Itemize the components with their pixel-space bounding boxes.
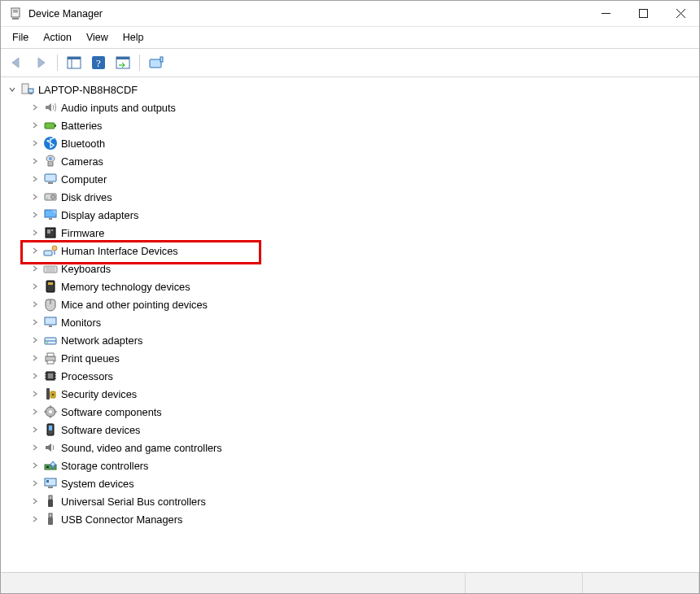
chevron-right-icon[interactable] xyxy=(30,210,40,220)
sound-icon xyxy=(43,440,58,455)
category-label: Bluetooth xyxy=(61,138,105,150)
svg-rect-77 xyxy=(48,487,53,488)
menu-file[interactable]: File xyxy=(6,30,35,45)
category-label: Display adapters xyxy=(61,209,138,221)
maximize-button[interactable] xyxy=(624,1,662,27)
tree-category-node[interactable]: Universal Serial Bus controllers xyxy=(4,492,699,510)
chevron-right-icon[interactable] xyxy=(30,443,40,452)
menu-view[interactable]: View xyxy=(80,30,115,45)
chevron-right-icon[interactable] xyxy=(30,282,40,291)
chevron-right-icon[interactable] xyxy=(30,425,40,435)
scan-hardware-button[interactable] xyxy=(112,52,133,73)
toolbar: ? xyxy=(1,49,699,77)
back-button[interactable] xyxy=(6,52,27,73)
svg-text:?: ? xyxy=(96,57,101,69)
tree-category-node[interactable]: Sound, video and game controllers xyxy=(4,439,699,456)
category-label: Processors xyxy=(61,370,113,382)
svg-point-29 xyxy=(51,195,55,199)
device-tree[interactable]: LAPTOP-NB8H8CDF Audio inputs and outputs… xyxy=(1,77,699,572)
tree-category-node[interactable]: Software components xyxy=(4,403,699,421)
tree-category-node[interactable]: Human Interface Devices xyxy=(4,242,699,260)
software-icon xyxy=(43,404,58,419)
tree-category-node[interactable]: Processors xyxy=(4,367,699,385)
help-button[interactable]: ? xyxy=(88,52,109,73)
show-hide-console-tree-button[interactable] xyxy=(63,52,85,73)
tree-root-node[interactable]: LAPTOP-NB8H8CDF xyxy=(4,81,699,98)
tree-category-node[interactable]: Batteries xyxy=(4,116,699,134)
tree-category-node[interactable]: Network adapters xyxy=(4,331,699,349)
svg-rect-17 xyxy=(160,57,163,62)
svg-point-67 xyxy=(49,410,52,413)
tree-category-node[interactable]: Display adapters xyxy=(4,206,699,224)
svg-rect-16 xyxy=(150,59,161,68)
chevron-down-icon[interactable] xyxy=(7,85,17,94)
category-label: Sound, video and game controllers xyxy=(61,442,222,454)
chevron-right-icon[interactable] xyxy=(30,514,40,524)
category-label: Firmware xyxy=(61,227,104,239)
svg-rect-82 xyxy=(48,518,53,525)
menu-help[interactable]: Help xyxy=(116,30,151,45)
chevron-right-icon[interactable] xyxy=(30,246,40,256)
device-properties-button[interactable] xyxy=(146,52,167,73)
chevron-right-icon[interactable] xyxy=(30,192,40,202)
network-icon xyxy=(43,333,58,347)
tree-category-node[interactable]: Firmware xyxy=(4,224,699,242)
tree-category-node[interactable]: Keyboards xyxy=(4,260,699,277)
tree-category-node[interactable]: System devices xyxy=(4,474,699,492)
cpu-icon xyxy=(43,369,58,383)
chevron-right-icon[interactable] xyxy=(30,371,40,381)
svg-rect-20 xyxy=(29,93,33,94)
tree-category-node[interactable]: Memory technology devices xyxy=(4,277,699,295)
category-label: Software devices xyxy=(61,424,140,436)
tree-category-node[interactable]: Print queues xyxy=(4,349,699,367)
display-icon xyxy=(43,207,58,222)
tree-category-node[interactable]: Software devices xyxy=(4,421,699,439)
chevron-right-icon[interactable] xyxy=(30,496,40,506)
tree-category-node[interactable]: Security devices xyxy=(4,385,699,403)
minimize-button[interactable] xyxy=(587,1,624,27)
category-label: Human Interface Devices xyxy=(61,245,178,257)
chevron-right-icon[interactable] xyxy=(30,335,40,345)
svg-rect-21 xyxy=(45,123,55,129)
svg-rect-63 xyxy=(46,388,50,400)
tree-category-node[interactable]: Disk drives xyxy=(4,188,699,206)
forward-button[interactable] xyxy=(30,52,51,73)
chevron-right-icon[interactable] xyxy=(30,156,40,166)
chevron-right-icon[interactable] xyxy=(30,389,40,399)
tree-category-node[interactable]: Mice and other pointing devices xyxy=(4,295,699,313)
tree-category-node[interactable]: Cameras xyxy=(4,152,699,170)
chevron-right-icon[interactable] xyxy=(30,228,40,238)
chevron-right-icon[interactable] xyxy=(30,103,40,112)
system-icon xyxy=(43,476,58,491)
svg-rect-79 xyxy=(49,496,52,500)
chevron-right-icon[interactable] xyxy=(30,299,40,309)
tree-category-node[interactable]: USB Connector Managers xyxy=(4,510,699,528)
menubar: File Action View Help xyxy=(1,27,699,49)
chevron-right-icon[interactable] xyxy=(30,138,40,148)
chevron-right-icon[interactable] xyxy=(30,461,40,470)
menu-action[interactable]: Action xyxy=(37,30,78,45)
chevron-right-icon[interactable] xyxy=(30,353,40,363)
close-button[interactable] xyxy=(662,1,699,27)
software-device-icon xyxy=(43,422,58,437)
chevron-right-icon[interactable] xyxy=(30,407,40,417)
category-label: Cameras xyxy=(61,155,103,168)
svg-rect-5 xyxy=(639,10,647,18)
chevron-right-icon[interactable] xyxy=(30,264,40,273)
usb-icon xyxy=(43,494,58,509)
category-label: Storage controllers xyxy=(61,460,148,472)
chevron-right-icon[interactable] xyxy=(30,120,40,130)
tree-category-node[interactable]: Bluetooth xyxy=(4,134,699,152)
chevron-right-icon[interactable] xyxy=(30,317,40,327)
tree-category-node[interactable]: Audio inputs and outputs xyxy=(4,98,699,116)
tree-category-node[interactable]: Storage controllers xyxy=(4,456,699,474)
category-label: System devices xyxy=(61,478,134,490)
usb-connector-icon xyxy=(43,512,58,526)
chevron-right-icon[interactable] xyxy=(30,174,40,184)
tree-category-node[interactable]: Computer xyxy=(4,170,699,188)
chevron-right-icon[interactable] xyxy=(30,478,40,488)
svg-rect-18 xyxy=(22,84,28,94)
category-label: Keyboards xyxy=(61,263,111,275)
category-label: Batteries xyxy=(61,120,103,132)
tree-category-node[interactable]: Monitors xyxy=(4,313,699,331)
